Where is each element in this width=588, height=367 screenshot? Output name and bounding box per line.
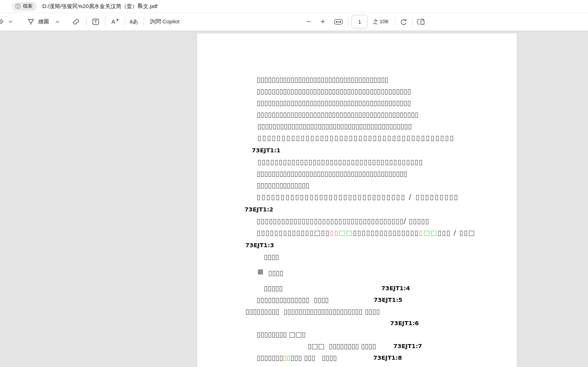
file-badge[interactable]: 檔案 <box>12 2 37 11</box>
fit-width-icon[interactable] <box>334 18 343 26</box>
document-line: ▯▯▯▯▯▯▯▯▯▯▯▯▯▯▯▯▯▯▯▯▯▯▯▯▯▯▯▯▯▯▯▯▯▯▯▯▯▯▯ <box>257 158 423 166</box>
document-line: ▯▯▯▯▯73EJT1:4 <box>264 285 283 292</box>
slip-number-label: 73EJT1:2 <box>245 206 273 213</box>
document-line: ▯□□ ▯▯▯▯▯▯▯▯ ▯▯▯▯73EJT1:7 <box>308 342 376 350</box>
document-line: ▯▯▯▯▯▯▯▯▯▯▯▯▯▯▯▯▯▯▯▯▯▯▯▯▯▯▯▯▯▯▯▯▯▯▯▯▯▯▯▯ <box>257 170 407 177</box>
redacted-glyph-run: ▯▯▯▯▯▯▯▯▯▯▯▯▯▯▯▯▯▯▯▯▯▯▯▯▯▯▯▯▯▯▯▯▯▯▯▯▯▯▯▯… <box>257 99 411 107</box>
text-run: / <box>406 193 415 201</box>
content-canvas[interactable]: ▯▯▯▯▯▯▯▯▯▯▯▯▯▯▯▯▯▯▯▯▯▯▯▯▯▯▯▯▯▯▯▯▯▯▯▯▯▯▯▯… <box>0 31 588 367</box>
redacted-glyph-run: ▯▯▯▯▯▯▯▯▯▯▯▯▯▯▯▯▯▯▯▯▯▯▯▯▯▯▯▯▯▯▯▯▯▯▯▯ <box>257 217 404 225</box>
text-run <box>324 342 329 350</box>
document-line: ▯▯▯▯▯▯▯▯▯▯▯▯▯▯▯▯▯▯▯▯▯▯▯▯▯▯▯▯▯▯▯▯▯▯▯ <box>257 76 388 83</box>
redacted-glyph-run: ▯▯▯▯▯▯▯ <box>257 354 283 362</box>
slip-number-label: 73EJT1:4 <box>381 285 410 292</box>
redacted-glyph-run: ▯▯▯▯▯▯▯▯▯▯▯▯▯▯▯▯▯▯▯▯▯▯▯▯▯▯▯▯▯▯▯▯▯▯▯▯▯▯▯▯… <box>257 111 418 119</box>
text-run: / <box>404 217 409 225</box>
text-box-icon[interactable] <box>92 18 100 26</box>
redacted-glyph-run: ▯▯▯▯▯▯▯▯▯▯▯▯▯▯▯▯▯▯▯▯▯▯▯▯▯▯▯▯▯▯▯▯▯▯▯▯▯▯▯▯ <box>257 170 407 178</box>
file-path: D:/漢簡/张俊民%20肩水金关汉简（壹）释文.pdf <box>42 3 158 10</box>
translate-icon[interactable]: aあ <box>130 18 138 25</box>
redacted-glyph-run: ▯▯▯ <box>438 229 451 237</box>
file-badge-label: 檔案 <box>23 3 33 10</box>
redacted-glyph-run: □ <box>468 229 475 237</box>
redacted-glyph-run: ▯▯▯▯ <box>268 269 283 277</box>
redacted-glyph-run: ▯▯▯▯▯▯▯▯▯▯▯▯▯▯▯ <box>353 229 419 237</box>
document-line: ▯▯▯▯ <box>258 269 283 277</box>
document-line: ▯▯▯▯▯▯▯▯▯▯▯▯▯▯ <box>257 182 309 189</box>
zoom-out-button[interactable]: − <box>306 17 311 26</box>
chevron-down-icon[interactable] <box>8 21 12 23</box>
redacted-glyph-run: □□ <box>311 342 324 350</box>
redacted-glyph-run: ▯▯▯▯▯ <box>409 217 429 225</box>
font-edit-icon[interactable]: A <box>111 18 119 26</box>
slip-number-label: 73EJT1:1 <box>252 147 280 154</box>
pdf-page: ▯▯▯▯▯▯▯▯▯▯▯▯▯▯▯▯▯▯▯▯▯▯▯▯▯▯▯▯▯▯▯▯▯▯▯▯▯▯▯▯… <box>197 33 517 367</box>
text-run: / <box>451 229 459 237</box>
page-view-icon[interactable] <box>416 18 425 26</box>
slip-number-label: 73EJT1:3 <box>245 242 274 248</box>
font-edit-letter: A <box>111 18 115 25</box>
page-count-label: 之 106 <box>373 18 388 25</box>
redacted-glyph-run: □□ <box>339 229 353 237</box>
redacted-glyph-run: ▯▯▯▯▯ <box>264 284 283 292</box>
pdf-toolbar: 繪圖 A aあ 詢問 Copilot − + <box>0 13 588 31</box>
page-number-value: 1 <box>358 19 361 25</box>
slip-number-label: 73EJT1:6 <box>390 320 419 327</box>
document-line: ▯▯▯▯▯▯▯▯▯▯▯▯ ▯▯▯ ▯▯▯▯73EJT1:8 <box>257 354 337 361</box>
redacted-glyph-run: ▯ <box>283 354 287 362</box>
slip-number-label: 73EJT1:5 <box>374 296 402 303</box>
redacted-glyph-run: ▯▯▯▯▯▯▯▯ <box>257 330 287 338</box>
redacted-glyph-run: ▯▯▯▯▯▯▯▯▯ <box>415 193 459 201</box>
document-line: ▯▯▯▯▯▯▯▯ □□▯ <box>257 331 306 338</box>
chevron-down-icon[interactable] <box>56 21 60 23</box>
text-run <box>279 308 284 316</box>
ask-copilot-button[interactable]: 詢問 Copilot <box>150 18 179 25</box>
unknown-glyph-icon <box>258 269 263 275</box>
document-line: ▯▯▯▯▯▯▯▯▯▯▯▯▯▯▯▯▯▯▯▯▯▯▯▯▯▯▯▯▯▯▯▯▯▯▯▯▯▯▯▯… <box>257 111 418 118</box>
redacted-glyph-run: ▯▯▯▯▯▯▯▯▯▯▯▯▯▯ <box>257 296 309 304</box>
document-line: ▯▯▯▯▯▯▯▯▯▯▯▯▯▯▯▯▯▯▯▯▯▯▯▯▯▯▯▯▯▯▯ / ▯▯▯▯▯▯… <box>257 193 459 201</box>
redacted-glyph-run: ▯▯ <box>321 229 330 237</box>
document-line: ▯▯▯▯▯▯▯▯▯▯▯▯▯▯ ▯▯▯▯73EJT1:5 <box>257 296 329 303</box>
page-number-input[interactable]: 1 <box>352 15 368 29</box>
draw-pen-icon[interactable] <box>27 18 35 26</box>
redacted-glyph-run: □ <box>314 229 321 237</box>
redacted-glyph-run: ▯▯▯ <box>304 354 315 362</box>
zoom-in-button[interactable]: + <box>321 17 325 26</box>
text-run <box>315 354 322 362</box>
rotate-icon[interactable] <box>399 18 407 26</box>
redacted-glyph-run: ▯▯ <box>459 229 468 237</box>
eraser-icon[interactable] <box>72 18 80 26</box>
redacted-glyph-run: ▯▯▯▯▯▯▯▯▯▯▯▯▯▯▯▯▯▯▯▯▯▯▯▯▯▯▯▯▯▯▯▯▯▯▯▯▯▯▯ <box>257 158 423 166</box>
draw-label[interactable]: 繪圖 <box>38 18 49 25</box>
redacted-glyph-run: ▯▯▯▯▯▯▯▯▯▯▯▯▯▯▯▯▯▯▯▯▯▯▯▯▯▯▯▯▯▯▯▯▯▯▯▯▯▯▯▯… <box>257 122 412 130</box>
document-line: 73EJT1:3 <box>245 241 274 248</box>
text-run <box>309 296 314 304</box>
text-run <box>264 269 268 277</box>
redacted-glyph-run: □□ <box>289 330 302 338</box>
document-line: ▯▯▯▯▯▯▯▯▯ ▯▯▯▯▯▯▯▯▯▯▯▯▯▯▯▯▯▯▯▯▯ ▯▯▯▯ <box>245 308 380 315</box>
redacted-glyph-run: ▯▯▯▯ <box>314 296 329 304</box>
redacted-glyph-run: ▯▯▯▯▯▯▯▯▯▯▯▯▯▯▯▯▯▯▯▯▯ <box>284 308 362 316</box>
redacted-glyph-run: ▯▯▯▯▯▯▯▯▯ <box>245 308 279 316</box>
redacted-glyph-run: ▯ <box>419 229 424 237</box>
highlighter-icon[interactable] <box>0 18 6 26</box>
redacted-glyph-run: ▯▯▯▯ <box>361 342 376 350</box>
document-line: ▯▯▯▯▯▯▯▯▯▯▯▯▯▯▯▯▯▯▯▯▯▯▯▯▯▯▯▯▯▯▯▯▯▯▯▯▯▯▯▯… <box>257 134 454 141</box>
redacted-glyph-run: ▯▯▯▯ <box>264 253 279 261</box>
redacted-glyph-run: ▯▯▯▯▯▯▯▯▯▯▯▯▯▯▯▯▯▯▯▯▯▯▯▯▯▯▯▯▯▯▯ <box>257 193 406 201</box>
redacted-glyph-run: ▯▯▯▯▯▯▯▯▯▯▯▯▯▯▯▯▯▯▯▯▯▯▯▯▯▯▯▯▯▯▯▯▯▯▯▯▯▯▯▯… <box>257 87 411 95</box>
info-icon <box>15 4 21 9</box>
document-line: ▯▯▯▯▯▯▯▯▯▯▯▯▯▯▯▯▯▯▯▯▯▯▯▯▯▯▯▯▯▯▯▯▯▯▯▯▯▯▯▯… <box>257 88 411 95</box>
redacted-glyph-run: ▯▯▯▯▯▯▯▯▯▯▯▯▯▯▯▯▯▯▯▯▯▯▯▯▯▯▯▯▯▯▯▯▯▯▯ <box>257 76 388 84</box>
title-bar: 檔案 D:/漢簡/张俊民%20肩水金关汉简（壹）释文.pdf <box>0 0 588 13</box>
redacted-glyph-run: ▯▯▯▯▯▯▯▯▯▯▯▯▯▯ <box>257 181 309 189</box>
document-line: ▯▯▯▯▯▯▯▯▯▯▯▯▯▯▯▯▯▯▯▯▯▯▯▯▯▯▯▯▯▯▯▯▯▯▯▯/ ▯▯… <box>257 217 429 225</box>
document-line: 73EJT1:1 <box>252 146 280 154</box>
document-line: ▯▯▯▯▯▯▯▯▯▯▯▯▯▯▯▯▯▯▯▯▯▯▯▯▯▯▯▯▯▯▯▯▯▯▯▯▯▯▯▯… <box>257 123 412 130</box>
redacted-glyph-run: □□ <box>424 229 438 237</box>
document-line: ▯▯▯▯ <box>264 253 279 260</box>
slip-number-label: 73EJT1:7 <box>393 342 422 350</box>
redacted-glyph-run: ▯▯ <box>330 229 339 237</box>
redacted-glyph-run: ▯ <box>302 330 305 338</box>
